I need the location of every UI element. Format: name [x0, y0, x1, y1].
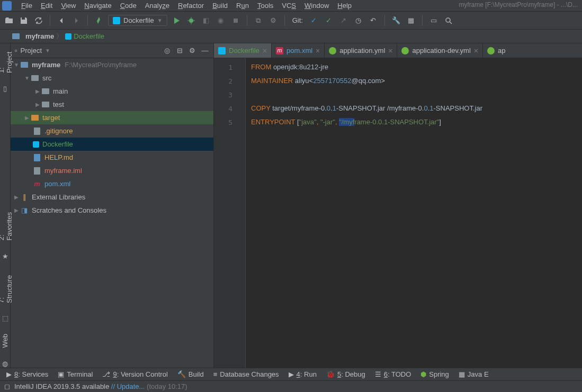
code-area[interactable]: FROM openjdk:8u212-jre MAINTAINER aliyu<…: [246, 58, 582, 368]
sync-icon[interactable]: [33, 15, 44, 26]
close-icon[interactable]: ×: [388, 47, 392, 55]
tree-help[interactable]: HELP.md: [11, 151, 213, 164]
git-history-icon[interactable]: ◷: [353, 15, 364, 26]
hammer-icon: 🔨: [177, 370, 186, 378]
tool-spring[interactable]: ⬢Spring: [420, 370, 449, 378]
tool-todo[interactable]: ☰6: TODO: [375, 370, 411, 378]
menu-navigate[interactable]: Navigate: [80, 1, 115, 11]
chevron-down-icon: ▼: [157, 17, 163, 23]
stop-icon[interactable]: [230, 15, 241, 26]
tool-favorites[interactable]: 2: Favorites: [0, 207, 14, 243]
project-tree[interactable]: ▼ myframe F:\MycreatPro\myframe ▼ src ▶ …: [11, 58, 213, 368]
build-icon[interactable]: [93, 15, 105, 26]
git-push-icon[interactable]: ↗: [338, 15, 350, 26]
tree-src[interactable]: ▼ src: [11, 71, 213, 85]
tool-terminal[interactable]: ▣Terminal: [58, 370, 93, 378]
tab-app-yml[interactable]: application.yml ×: [325, 43, 397, 58]
play-icon: ▶: [6, 370, 12, 378]
branch-icon: ⎇: [102, 370, 110, 378]
project-panel: ▫ Project ▼ ◎ ⊟ ⚙ — ▼ myframe F:\Mycreat…: [11, 43, 214, 368]
tree-pom[interactable]: m pom.xml: [11, 177, 213, 190]
tool-vcs[interactable]: ⎇9: Version Control: [102, 370, 167, 378]
tree-ext-libs[interactable]: ▶∥ External Libraries: [11, 190, 213, 204]
locate-icon[interactable]: ◎: [163, 47, 171, 55]
tree-target[interactable]: ▶ target: [11, 111, 213, 124]
menu-tools[interactable]: Tools: [253, 1, 277, 11]
menu-analyze[interactable]: Analyze: [141, 1, 174, 11]
git-rollback-icon[interactable]: ↶: [368, 15, 379, 26]
close-icon[interactable]: ×: [316, 47, 320, 55]
git-commit-icon[interactable]: ✓: [323, 15, 335, 26]
tool-debug[interactable]: 🐞5: Debug: [326, 370, 365, 378]
editor-body[interactable]: 1 2 3 4 5 FROM openjdk:8u212-jre MAINTAI…: [214, 58, 582, 368]
search-icon[interactable]: [443, 15, 454, 26]
menu-view[interactable]: View: [57, 1, 80, 11]
maven-icon: m: [276, 47, 283, 54]
tree-iml[interactable]: myframe.iml: [11, 164, 213, 177]
terminal-icon: ▣: [58, 370, 64, 378]
services-icon[interactable]: ⚙: [267, 15, 279, 26]
save-icon[interactable]: [18, 15, 30, 26]
bookmark-icon[interactable]: ▯: [1, 85, 10, 93]
run-icon[interactable]: [171, 15, 182, 26]
back-icon[interactable]: [56, 15, 67, 26]
open-icon[interactable]: [3, 15, 15, 26]
tree-dockerfile[interactable]: Dockerfile: [11, 138, 213, 151]
menu-code[interactable]: Code: [116, 1, 141, 11]
tool-web[interactable]: Web: [0, 332, 10, 350]
run-config-selector[interactable]: Dockerfile ▼: [108, 15, 167, 26]
tool-project[interactable]: 1: Project: [0, 45, 14, 75]
tool-services[interactable]: ▶8: Services: [6, 370, 48, 378]
tool-build[interactable]: 🔨Build: [177, 370, 204, 378]
git-update-icon[interactable]: ✓: [308, 15, 320, 26]
tree-scratches[interactable]: ▶◨ Scratches and Consoles: [11, 204, 213, 217]
breadcrumb-project[interactable]: myframe: [12, 32, 54, 40]
web-icon[interactable]: ◍: [1, 360, 10, 368]
menu-refactor[interactable]: Refactor: [174, 1, 208, 11]
menu-vcs[interactable]: VCS: [277, 1, 300, 11]
status-icon[interactable]: ◻: [4, 382, 10, 390]
close-icon[interactable]: ×: [474, 47, 478, 55]
tool-db[interactable]: ≡Database Changes: [213, 370, 279, 378]
spring-icon: [329, 47, 336, 54]
menu-file[interactable]: File: [17, 1, 37, 11]
tree-main[interactable]: ▶ main: [11, 85, 213, 98]
menu-edit[interactable]: Edit: [37, 1, 57, 11]
project-structure-icon[interactable]: ▦: [405, 15, 417, 26]
tree-gitignore[interactable]: .gitignore: [11, 124, 213, 138]
tool-run[interactable]: ▶4: Run: [289, 370, 317, 378]
close-icon[interactable]: ×: [263, 47, 267, 55]
run-config-label: Dockerfile: [123, 16, 154, 24]
menu-build[interactable]: Build: [208, 1, 232, 11]
breadcrumb-file[interactable]: Dockerfile: [65, 32, 104, 40]
tab-pom[interactable]: m pom.xml ×: [272, 43, 325, 58]
coverage-icon[interactable]: ◧: [200, 15, 212, 26]
breadcrumb: myframe 〉 Dockerfile: [0, 30, 582, 43]
structure-icon[interactable]: ⬚: [1, 314, 10, 322]
tab-dockerfile[interactable]: Dockerfile ×: [214, 43, 272, 58]
project-panel-title[interactable]: ▫ Project ▼: [15, 47, 163, 54]
star-icon[interactable]: ★: [1, 252, 10, 260]
tab-app-dev-yml[interactable]: application-dev.yml ×: [397, 43, 483, 58]
forward-icon[interactable]: [70, 15, 82, 26]
wrench-icon[interactable]: 🔧: [390, 15, 402, 26]
menu-run[interactable]: Run: [232, 1, 253, 11]
tab-partial[interactable]: ap: [483, 43, 509, 58]
debug-icon[interactable]: [185, 15, 197, 26]
status-message: IntelliJ IDEA 2019.3.5 available // Upda…: [14, 382, 187, 390]
menu-window[interactable]: Window: [300, 1, 333, 11]
hide-icon[interactable]: —: [201, 47, 209, 55]
tool-javae[interactable]: ▦Java E: [459, 370, 489, 378]
profile-icon[interactable]: ◉: [215, 15, 227, 26]
java-icon: ▦: [459, 370, 465, 378]
docker-icon: [218, 47, 226, 54]
attach-icon[interactable]: ⧉: [253, 15, 264, 26]
tool-structure[interactable]: 7: Structure: [0, 270, 14, 305]
spring-icon: ⬢: [420, 370, 426, 378]
collapse-icon[interactable]: ⊟: [175, 47, 184, 55]
tree-test[interactable]: ▶ test: [11, 98, 213, 111]
menu-help[interactable]: Help: [333, 1, 356, 11]
tree-root[interactable]: ▼ myframe F:\MycreatPro\myframe: [11, 58, 213, 71]
monitor-icon[interactable]: ▭: [428, 15, 440, 26]
gear-icon[interactable]: ⚙: [188, 47, 196, 55]
